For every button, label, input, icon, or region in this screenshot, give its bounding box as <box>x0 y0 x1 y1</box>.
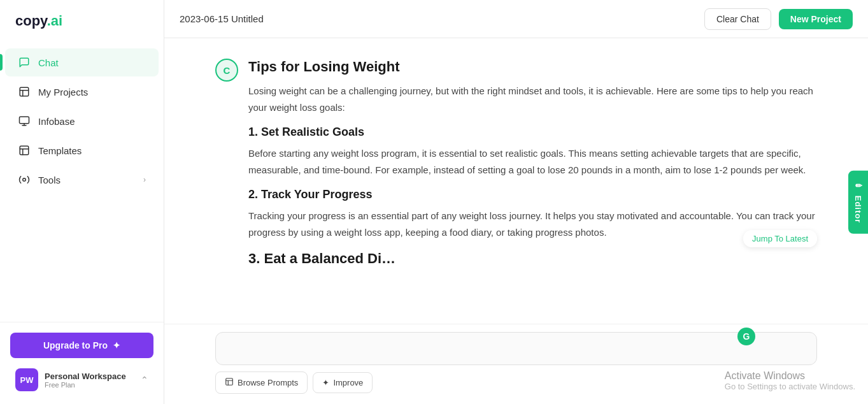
sidebar-item-infobase[interactable]: Infobase <box>5 107 159 135</box>
editor-tab-label: Editor <box>853 196 863 224</box>
browse-prompts-button[interactable]: Browse Prompts <box>215 372 308 394</box>
watermark-subtitle: Go to Settings to activate Windows. <box>725 382 855 391</box>
section-2-title: 2. Track Your Progress <box>248 188 817 201</box>
projects-icon <box>18 85 31 98</box>
page-header: 2023-06-15 Untitled Clear Chat New Proje… <box>164 0 868 38</box>
infobase-icon <box>18 115 31 127</box>
improve-button[interactable]: ✦ Improve <box>313 372 373 393</box>
sidebar-item-chat-label: Chat <box>38 57 59 68</box>
watermark-title: Activate Windows <box>725 370 855 382</box>
improve-sparkle-icon: ✦ <box>322 378 329 387</box>
logo: copy.ai <box>15 13 62 29</box>
browse-prompts-label: Browse Prompts <box>238 378 298 387</box>
browse-prompts-icon <box>225 377 234 388</box>
logo-area: copy.ai <box>0 0 164 42</box>
upgrade-label: Upgrade to Pro <box>43 340 108 350</box>
header-actions: Clear Chat New Project <box>704 8 853 30</box>
new-project-button[interactable]: New Project <box>779 9 853 29</box>
svg-rect-8 <box>226 379 233 386</box>
workspace-avatar: PW <box>15 368 38 391</box>
sidebar-item-projects-label: My Projects <box>38 87 88 97</box>
section-1-title: 1. Set Realistic Goals <box>248 126 817 139</box>
logo-prefix: copy <box>15 13 47 29</box>
page-title: 2023-06-15 Untitled <box>180 13 264 24</box>
section-3-title: 3. Eat a Balanced Di… <box>248 250 503 267</box>
sidebar-item-tools[interactable]: Tools › <box>5 166 159 194</box>
sidebar-item-my-projects[interactable]: My Projects <box>5 78 159 106</box>
clear-chat-button[interactable]: Clear Chat <box>704 8 771 30</box>
tools-arrow-icon: › <box>143 175 146 184</box>
improve-label: Improve <box>333 378 363 387</box>
chat-input-box: G <box>215 332 817 365</box>
templates-icon <box>18 144 31 157</box>
sidebar-item-templates-label: Templates <box>38 145 82 156</box>
sidebar-bottom: Upgrade to Pro ✦ PW Personal Workspace F… <box>0 322 164 404</box>
jump-to-latest-button[interactable]: Jump To Latest <box>743 230 817 247</box>
message-block: C Tips for Losing Weight Losing weight c… <box>215 59 817 267</box>
section-1-text: Before starting any weight loss program,… <box>248 145 817 178</box>
sidebar-item-chat[interactable]: Chat <box>5 48 159 76</box>
svg-rect-3 <box>20 117 29 124</box>
windows-watermark: Activate Windows Go to Settings to activ… <box>725 370 855 391</box>
sidebar: copy.ai Chat My Projects <box>0 0 164 404</box>
section-2-text: Tracking your progress is an essential p… <box>248 208 817 240</box>
svg-point-7 <box>23 178 26 182</box>
workspace-selector[interactable]: PW Personal Workspace Free Plan ⌃ <box>10 366 153 394</box>
upgrade-icon: ✦ <box>113 340 120 350</box>
user-avatar: C <box>215 59 238 82</box>
intro-text: Losing weight can be a challenging journ… <box>248 83 817 115</box>
g-send-icon[interactable]: G <box>737 328 755 345</box>
workspace-info: Personal Workspace Free Plan <box>45 372 134 389</box>
svg-rect-6 <box>20 146 29 155</box>
sidebar-nav: Chat My Projects Infobase <box>0 42 164 322</box>
main-content: 2023-06-15 Untitled Clear Chat New Proje… <box>164 0 868 404</box>
workspace-chevron-icon: ⌃ <box>141 375 148 385</box>
sidebar-item-tools-label: Tools <box>38 175 60 185</box>
svg-rect-0 <box>20 87 29 96</box>
tools-icon <box>18 173 31 186</box>
upgrade-to-pro-button[interactable]: Upgrade to Pro ✦ <box>10 333 153 358</box>
workspace-plan: Free Plan <box>45 381 134 389</box>
message-body: Tips for Losing Weight Losing weight can… <box>248 59 817 267</box>
chat-input-area: G Browse Prompts ✦ Improve <box>164 324 868 404</box>
logo-suffix: .ai <box>47 13 62 29</box>
chat-icon <box>18 56 31 69</box>
editor-tab[interactable]: ✏ Editor <box>848 171 868 234</box>
sidebar-item-templates[interactable]: Templates <box>5 136 159 164</box>
workspace-name: Personal Workspace <box>45 372 134 381</box>
message-title: Tips for Losing Weight <box>248 59 817 75</box>
chat-content-area: C Tips for Losing Weight Losing weight c… <box>164 38 868 324</box>
sidebar-item-infobase-label: Infobase <box>38 116 75 127</box>
editor-pencil-icon: ✏ <box>853 181 863 191</box>
